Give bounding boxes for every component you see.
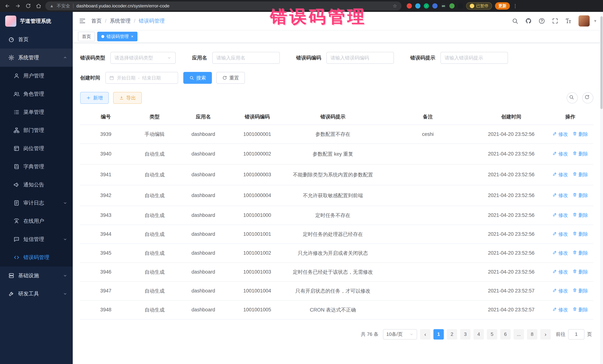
page-button-4[interactable]: 4 [474,329,484,340]
profile-paused-badge[interactable]: 已暂停 [466,2,492,10]
page-button-5[interactable]: 5 [487,329,497,340]
extension-switch-dark-icon[interactable]: on [441,3,446,9]
sidebar-item-4[interactable]: 菜单管理 [0,103,73,121]
paused-label: 已暂停 [476,3,488,9]
edit-link[interactable]: 修改 [553,307,568,313]
user-avatar[interactable] [579,15,590,26]
page-button-6[interactable]: 6 [500,329,510,340]
date-range-picker[interactable]: 开始日期 - 结束日期 [105,72,178,84]
delete-link[interactable]: 删除 [573,269,588,275]
sidebar-item-6[interactable]: 岗位管理 [0,139,73,157]
sidebar-toggle-icon[interactable] [79,17,86,25]
extension-paw-dark-icon[interactable] [458,3,463,9]
edit-link[interactable]: 修改 [553,269,568,275]
browser-menu-icon[interactable]: ⋮ [513,3,518,9]
delete-link[interactable]: 删除 [573,212,588,219]
error-code-input[interactable] [326,52,394,64]
update-button[interactable]: 更新 [495,2,510,10]
error-type-select[interactable]: 请选择错误码类型 [110,52,176,64]
forward-icon[interactable] [14,2,22,10]
sidebar-item-7[interactable]: 字典管理 [0,157,73,176]
refresh-table-button[interactable] [582,92,593,103]
next-page-button[interactable]: › [540,329,551,340]
delete-link[interactable]: 删除 [573,307,588,313]
prev-page-button[interactable]: ‹ [420,329,430,340]
tab-error-code[interactable]: 错误码管理 × [97,32,138,41]
goto-page-input[interactable] [568,329,584,340]
edit-link[interactable]: 修改 [553,231,568,237]
delete-link[interactable]: 删除 [573,151,588,157]
reset-button[interactable]: 重置 [216,72,245,84]
fullscreen-icon[interactable] [552,18,558,24]
bookmark-star-icon[interactable]: ☆ [393,3,397,9]
reload-icon[interactable] [24,2,32,10]
edit-link[interactable]: 修改 [553,131,568,138]
github-icon[interactable] [525,18,532,24]
sidebar-item-label: 字典管理 [23,163,44,170]
error-hint-input[interactable] [441,52,508,64]
sidebar-item-12[interactable]: 错误码管理 [0,248,73,266]
sidebar-item-10[interactable]: 在线用户 [0,212,73,230]
breadcrumb-home[interactable]: 首页 [91,17,102,24]
page-button-2[interactable]: 2 [447,329,457,340]
delete-link[interactable]: 删除 [573,231,588,237]
sidebar-item-9[interactable]: 审计日志 [0,194,73,212]
delete-link[interactable]: 删除 [573,171,588,178]
sidebar-item-11[interactable]: 短信管理 [0,230,73,248]
question-icon[interactable] [538,18,545,24]
sidebar-item-5[interactable]: 部门管理 [0,121,73,139]
home-icon[interactable] [35,2,42,10]
sidebar-item-1[interactable]: 系统管理 [0,49,73,67]
edit-link[interactable]: 修改 [553,192,568,199]
edit-link[interactable]: 修改 [553,288,568,294]
sidebar-item-3[interactable]: 角色管理 [0,85,73,103]
app-logo[interactable]: 芋道管理系统 [0,12,73,30]
delete-link[interactable]: 删除 [573,131,588,138]
chevron-up-icon [63,55,68,60]
row-time: 2021-04-20 23:52:56 [475,185,547,206]
sidebar-item-0[interactable]: 首页 [0,30,73,49]
app-name-input[interactable] [212,52,280,64]
edit-link[interactable]: 修改 [553,212,568,219]
extension-drop-blue-icon[interactable] [415,3,420,9]
sidebar-item-8[interactable]: 通知公告 [0,176,73,194]
add-button[interactable]: 新增 [80,92,109,104]
page-size-select[interactable]: 10条/页 [383,329,417,340]
delete-link[interactable]: 删除 [573,288,588,294]
font-size-icon[interactable] [565,18,572,24]
row-time: 2021-04-20 23:52:56 [475,263,547,282]
search-icon[interactable] [512,18,518,24]
page-ellipsis[interactable]: ... [514,329,524,340]
edit-link[interactable]: 修改 [553,250,568,256]
chevron-down-icon [63,200,68,205]
show-search-button[interactable] [567,92,578,103]
tab-home[interactable]: 首页 [78,32,95,41]
table-body: 3939手动编辑dashboard1001000001参数配置不存在ceshi2… [80,125,593,319]
delete-link[interactable]: 删除 [573,250,588,256]
extension-check-green-icon[interactable]: ✓ [424,3,429,9]
breadcrumb-system[interactable]: 系统管理 [110,17,131,24]
sidebar-menu: 首页系统管理用户管理角色管理菜单管理部门管理岗位管理字典管理通知公告审计日志在线… [0,30,73,364]
column-header-5: 备注 [380,109,475,125]
search-button[interactable]: 搜索 [183,72,212,84]
edit-link[interactable]: 修改 [553,151,568,157]
extension-dot-red-icon[interactable] [407,3,412,9]
sidebar-item-13[interactable]: 基础设施 [0,266,73,285]
page-button-8[interactable]: 8 [527,329,537,340]
back-icon[interactable] [4,2,11,10]
edit-link[interactable]: 修改 [553,171,568,178]
page-button-3[interactable]: 3 [460,329,471,340]
page-scrollbar[interactable] [600,12,603,364]
sidebar-item-14[interactable]: 研发工具 [0,285,73,303]
tab-close-icon[interactable]: × [131,34,133,39]
delete-link[interactable]: 删除 [573,192,588,199]
sidebar-item-2[interactable]: 用户管理 [0,67,73,85]
scrollbar-thumb[interactable] [600,16,603,109]
page-button-1[interactable]: 1 [433,329,444,340]
extension-bars-blue-icon[interactable] [432,3,438,9]
address-bar[interactable]: ▲ 不安全 dashboard.yudao.iocoder.cn/system/… [45,1,402,10]
export-button[interactable]: 导出 [113,92,142,104]
row-time: 2021-04-20 23:52:56 [475,164,547,185]
row-code: 1001001004 [229,282,285,300]
extension-leaf-green-icon[interactable] [449,3,454,9]
